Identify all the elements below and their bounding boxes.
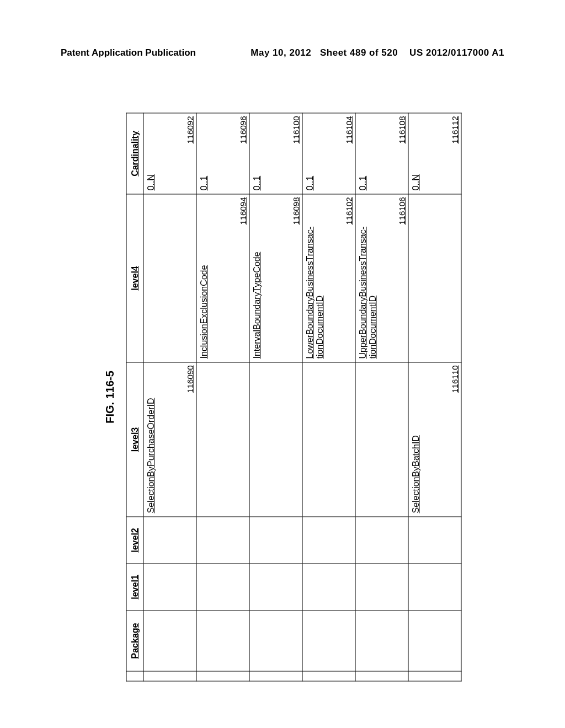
cell-cardinality: 0..1116096 xyxy=(196,113,249,194)
table-row: LowerBoundaryBusinessTransac-tionDocumen… xyxy=(302,113,355,681)
cell-level1 xyxy=(355,564,408,611)
cell-label: LowerBoundaryBusinessTransac-tionDocumen… xyxy=(305,198,326,359)
figure-title: FIG. 116-5 xyxy=(104,113,116,682)
cell-ref: 116108 xyxy=(397,116,407,144)
cell-package xyxy=(355,611,408,671)
cell-ref: 116092 xyxy=(185,116,195,144)
cell-lead xyxy=(196,671,249,681)
cell-label: IntervalBoundaryTypeCode xyxy=(252,198,262,359)
table-row: IntervalBoundaryTypeCode1160980..1116100 xyxy=(249,113,302,681)
cell-level2 xyxy=(249,517,302,564)
cell-level4: InclusionExclusionCode116094 xyxy=(196,194,249,362)
cell-ref: 116090 xyxy=(185,366,195,393)
cell-level4 xyxy=(143,194,196,362)
header-sheet: Sheet 489 of 520 xyxy=(320,47,398,58)
col-level1: level1 xyxy=(126,564,143,611)
cell-package xyxy=(302,611,355,671)
cell-ref: 116094 xyxy=(238,197,248,225)
cell-label: 0..N xyxy=(146,117,156,191)
cell-level3: SelectionByBatchID116110 xyxy=(408,362,461,517)
col-lead xyxy=(126,671,143,681)
cell-level2 xyxy=(143,517,196,564)
cell-level1 xyxy=(249,564,302,611)
cell-cardinality: 0..N116112 xyxy=(408,113,461,194)
cell-label: 0..1 xyxy=(199,117,209,191)
cell-level3: SelectionByPurchaseOrderID116090 xyxy=(143,362,196,517)
cell-level2 xyxy=(408,517,461,564)
cell-label: 0..1 xyxy=(305,117,315,191)
cell-cardinality: 0..1116100 xyxy=(249,113,302,194)
cell-label: 0..1 xyxy=(358,117,368,191)
col-level3: level3 xyxy=(126,362,143,517)
table-header-row: Package level1 level2 level3 level4 Card… xyxy=(126,113,143,681)
cell-level3 xyxy=(249,362,302,517)
cell-package xyxy=(143,611,196,671)
cell-level3 xyxy=(355,362,408,517)
cell-level1 xyxy=(408,564,461,611)
cell-package xyxy=(196,611,249,671)
cell-level4 xyxy=(408,194,461,362)
cell-level2 xyxy=(355,517,408,564)
col-cardinality: Cardinality xyxy=(126,113,143,194)
cell-ref: 116104 xyxy=(344,116,354,144)
table-row: SelectionByPurchaseOrderID1160900..N1160… xyxy=(143,113,196,681)
page-header: Patent Application Publication May 10, 2… xyxy=(0,47,565,58)
cell-cardinality: 0..N116092 xyxy=(143,113,196,194)
cell-ref: 116098 xyxy=(291,197,301,225)
cell-label: UpperBoundaryBusinessTransac-tionDocumen… xyxy=(358,198,379,359)
cell-level4: UpperBoundaryBusinessTransac-tionDocumen… xyxy=(355,194,408,362)
cell-label: SelectionByBatchID xyxy=(411,366,421,513)
cell-level3 xyxy=(196,362,249,517)
cell-ref: 116106 xyxy=(397,197,407,225)
cell-lead xyxy=(302,671,355,681)
cell-level4: LowerBoundaryBusinessTransac-tionDocumen… xyxy=(302,194,355,362)
cell-lead xyxy=(249,671,302,681)
cell-package xyxy=(249,611,302,671)
header-date: May 10, 2012 xyxy=(250,47,311,58)
cell-level2 xyxy=(196,517,249,564)
cell-level1 xyxy=(143,564,196,611)
cell-ref: 116110 xyxy=(450,366,460,393)
header-right: May 10, 2012 Sheet 489 of 520 US 2012/01… xyxy=(250,47,504,58)
cell-label: SelectionByPurchaseOrderID xyxy=(146,366,156,513)
cell-lead xyxy=(408,671,461,681)
cell-level1 xyxy=(302,564,355,611)
cell-label: 0..1 xyxy=(252,117,262,191)
cell-level2 xyxy=(302,517,355,564)
cell-package xyxy=(408,611,461,671)
cell-ref: 116112 xyxy=(450,116,460,144)
cell-label: InclusionExclusionCode xyxy=(199,198,209,359)
cell-level1 xyxy=(196,564,249,611)
table-row: SelectionByBatchID1161100..N116112 xyxy=(408,113,461,681)
col-level4: level4 xyxy=(126,194,143,362)
schema-table: Package level1 level2 level3 level4 Card… xyxy=(126,113,462,682)
cell-label: 0..N xyxy=(411,117,421,191)
col-level2: level2 xyxy=(126,517,143,564)
header-docnum: US 2012/0117000 A1 xyxy=(409,47,504,58)
header-left: Patent Application Publication xyxy=(61,47,196,58)
cell-ref: 116100 xyxy=(291,116,301,144)
table-row: InclusionExclusionCode1160940..1116096 xyxy=(196,113,249,681)
cell-level4: IntervalBoundaryTypeCode116098 xyxy=(249,194,302,362)
cell-ref: 116096 xyxy=(238,116,248,144)
cell-ref: 116102 xyxy=(344,197,354,225)
figure-wrapper: FIG. 116-5 Package level1 level2 level3 … xyxy=(104,113,462,682)
cell-level3 xyxy=(302,362,355,517)
cell-lead xyxy=(143,671,196,681)
cell-cardinality: 0..1116108 xyxy=(355,113,408,194)
table-row: UpperBoundaryBusinessTransac-tionDocumen… xyxy=(355,113,408,681)
col-package: Package xyxy=(126,611,143,671)
cell-lead xyxy=(355,671,408,681)
cell-cardinality: 0..1116104 xyxy=(302,113,355,194)
